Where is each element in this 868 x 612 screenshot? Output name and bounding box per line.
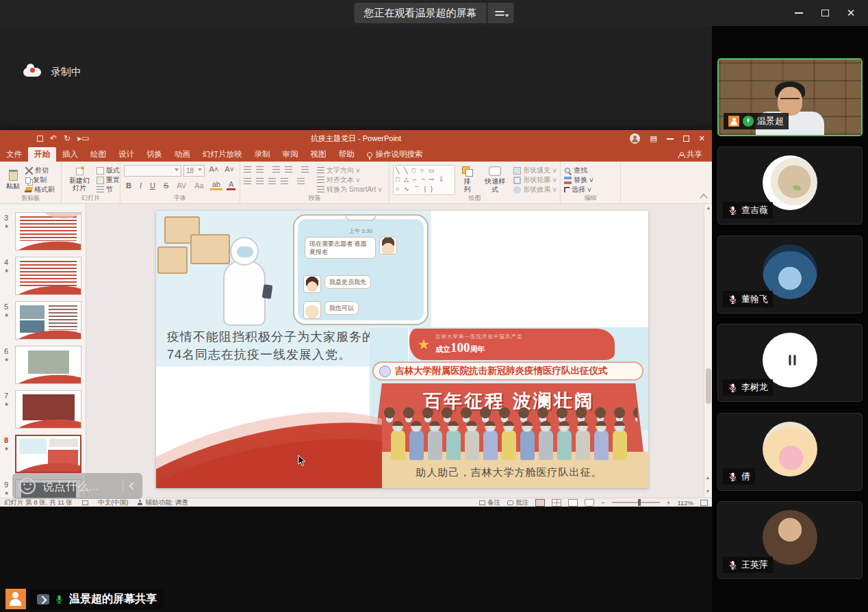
replace-button[interactable]: 替换 ˅ bbox=[564, 175, 593, 185]
collapse-ribbon-button[interactable] bbox=[700, 194, 707, 201]
chat-input-placeholder[interactable]: 说点什么... bbox=[42, 479, 116, 494]
font-color-button[interactable]: A bbox=[227, 180, 235, 190]
copy-button[interactable]: 复制 bbox=[25, 175, 55, 185]
tab-home[interactable]: 开始 bbox=[28, 147, 56, 162]
account-avatar[interactable] bbox=[630, 133, 640, 144]
text-highlight-button[interactable]: ab bbox=[210, 180, 222, 190]
new-slide-button[interactable]: 新建幻灯片 bbox=[65, 165, 94, 194]
display-settings-icon[interactable] bbox=[82, 500, 88, 505]
tab-transitions[interactable]: 切换 bbox=[140, 147, 168, 162]
fit-to-window-icon[interactable] bbox=[700, 500, 708, 506]
italic-button[interactable]: I bbox=[138, 181, 144, 190]
comments-button[interactable]: 批注 bbox=[507, 498, 528, 507]
layout-button[interactable]: 版式 bbox=[97, 166, 120, 175]
decrease-font-button[interactable]: A˅ bbox=[222, 165, 236, 177]
tab-draw[interactable]: 绘图 bbox=[84, 147, 112, 162]
line-spacing-icon[interactable] bbox=[301, 166, 309, 174]
decrease-indent-icon[interactable] bbox=[272, 166, 280, 174]
tell-me-search[interactable]: 操作说明搜索 bbox=[361, 147, 429, 162]
window-close-button[interactable]: ✕ bbox=[841, 3, 861, 23]
align-text-button[interactable]: 对齐文本 ˅ bbox=[317, 175, 382, 185]
thumbnail-slide-4[interactable]: 4★ bbox=[0, 257, 86, 298]
scroll-up-arrow[interactable]: ▲ bbox=[704, 204, 712, 212]
columns-icon[interactable] bbox=[297, 178, 305, 186]
format-painter-button[interactable]: 格式刷 bbox=[25, 185, 55, 194]
font-name-combobox[interactable] bbox=[124, 165, 181, 177]
find-button[interactable]: 查找 bbox=[564, 166, 593, 175]
zoom-out-button[interactable]: − bbox=[601, 499, 605, 507]
shape-outline-button[interactable]: 形状轮廓 ˅ bbox=[513, 175, 557, 185]
change-case-button[interactable]: Aa bbox=[192, 181, 205, 190]
participant-tile-wenjingchao[interactable]: 温景超 bbox=[717, 58, 863, 136]
tab-file[interactable]: 文件 bbox=[0, 147, 28, 162]
slide-sorter-view-button[interactable] bbox=[552, 499, 561, 507]
slideshow-view-button[interactable] bbox=[585, 499, 594, 507]
shape-effects-button[interactable]: 形状效果 ˅ bbox=[513, 185, 557, 194]
tab-design[interactable]: 设计 bbox=[112, 147, 140, 162]
thumbnail-slide-7[interactable]: 7★ bbox=[0, 390, 86, 431]
bold-button[interactable]: B bbox=[124, 181, 133, 190]
ribbon-display-options-icon[interactable]: ▤ bbox=[650, 134, 656, 143]
section-button[interactable]: 节 bbox=[97, 185, 120, 194]
justify-icon[interactable] bbox=[281, 178, 288, 186]
align-left-icon[interactable] bbox=[244, 178, 251, 186]
undo-icon[interactable]: ↶ bbox=[50, 134, 57, 142]
bullets-icon[interactable] bbox=[244, 166, 251, 174]
accessibility-status[interactable]: 辅助功能: 调查 bbox=[138, 498, 188, 507]
increase-font-button[interactable]: A˄ bbox=[207, 165, 220, 177]
participant-tile-qian[interactable]: 倩 bbox=[717, 413, 863, 491]
tab-record[interactable]: 录制 bbox=[248, 147, 277, 162]
zoom-slider-knob[interactable] bbox=[638, 499, 641, 506]
participant-tile-wangyingping[interactable]: 王英萍 bbox=[717, 501, 863, 579]
text-direction-button[interactable]: 文字方向 ˅ bbox=[317, 166, 382, 175]
tab-view[interactable]: 视图 bbox=[305, 147, 333, 162]
participants-icon[interactable] bbox=[5, 589, 26, 609]
convert-smartart-button[interactable]: 转换为 SmartArt ˅ bbox=[317, 185, 382, 194]
redo-icon[interactable]: ↻ bbox=[64, 134, 71, 142]
shapes-gallery[interactable]: ╲ ╲ □ ○ ▭□ △ ⌐ ¬ ⇨ ⇩○ ∿ ⌒ { } bbox=[393, 165, 455, 195]
window-maximize-button[interactable] bbox=[815, 3, 835, 23]
slideshow-from-start-icon[interactable]: ▸▭ bbox=[77, 134, 89, 142]
thumbnail-slide-8-current[interactable]: 8★ bbox=[0, 435, 86, 476]
quick-styles-button[interactable]: 快速样式 bbox=[479, 165, 511, 194]
reset-button[interactable]: 重置 bbox=[97, 175, 120, 185]
strikethrough-button[interactable]: S bbox=[162, 181, 170, 190]
participant-tile-zhajiwei[interactable]: 查吉薇 bbox=[717, 146, 863, 225]
select-button[interactable]: 选择 ˅ bbox=[564, 185, 593, 194]
save-icon[interactable] bbox=[37, 136, 43, 142]
current-slide[interactable]: 上午 3:30 现在需要志愿者 谁愿意报名 我是党员我先 bbox=[156, 211, 648, 488]
chat-overlay[interactable]: 说点什么... bbox=[12, 473, 142, 499]
increase-indent-icon[interactable] bbox=[285, 166, 292, 174]
next-slide-button[interactable]: ▼ bbox=[706, 489, 711, 494]
collapse-chat-icon[interactable] bbox=[129, 482, 136, 489]
window-minimize-button[interactable] bbox=[789, 3, 809, 23]
tab-slideshow[interactable]: 幻灯片放映 bbox=[196, 147, 248, 162]
thumbnail-slide-6[interactable]: 6★ bbox=[0, 346, 86, 387]
watching-menu-button[interactable] bbox=[488, 3, 514, 23]
normal-view-button[interactable] bbox=[535, 499, 545, 507]
ppt-close-button[interactable]: ✕ bbox=[699, 134, 705, 143]
language-status[interactable]: 中文(中国) bbox=[98, 498, 128, 507]
character-spacing-button[interactable]: AV bbox=[175, 181, 188, 190]
notes-button[interactable]: 备注 bbox=[479, 498, 500, 507]
zoom-level[interactable]: 112% bbox=[677, 499, 693, 507]
ppt-restore-button[interactable] bbox=[683, 136, 689, 142]
numbering-icon[interactable] bbox=[256, 166, 264, 174]
previous-slide-button[interactable]: ▲ bbox=[706, 475, 711, 480]
tab-animations[interactable]: 动画 bbox=[168, 147, 196, 162]
share-button[interactable]: 共享 bbox=[669, 147, 712, 162]
thumbnail-slide-5[interactable]: 5★ bbox=[0, 301, 86, 342]
canvas-scrollbar[interactable]: ▲ ▲ ▼ bbox=[704, 204, 712, 498]
paste-button[interactable]: 粘贴 bbox=[3, 165, 23, 194]
tab-help[interactable]: 帮助 bbox=[333, 147, 361, 162]
thumbnail-slide-3[interactable]: 3★ bbox=[0, 212, 86, 253]
zoom-in-button[interactable]: + bbox=[667, 499, 671, 507]
participant-tile-donghanfei[interactable]: 董翰飞 bbox=[717, 235, 863, 314]
underline-button[interactable]: U bbox=[148, 181, 157, 190]
arrange-button[interactable]: 排列 bbox=[458, 165, 476, 194]
reading-view-button[interactable] bbox=[568, 499, 578, 507]
font-size-combobox[interactable]: 18 bbox=[183, 165, 205, 177]
participant-tile-lishulong[interactable]: 李树龙 bbox=[717, 324, 863, 402]
slide-editing-canvas[interactable]: 上午 3:30 现在需要志愿者 谁愿意报名 我是党员我先 bbox=[86, 204, 712, 498]
align-center-icon[interactable] bbox=[256, 178, 264, 186]
